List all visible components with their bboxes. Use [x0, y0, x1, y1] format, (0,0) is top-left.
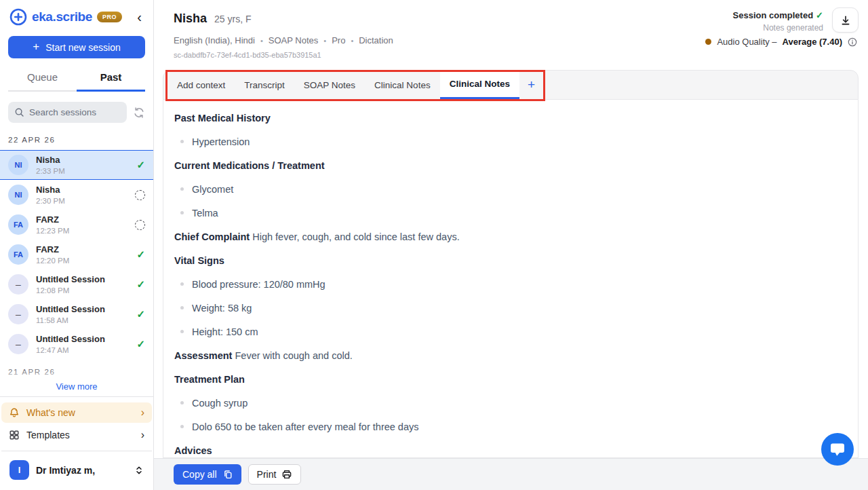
- chevron-right-icon: ›: [141, 407, 144, 419]
- section-bullets: Blood pressure: 120/80 mmHg Weight: 58 k…: [174, 279, 847, 337]
- session-list-item[interactable]: – Untitled Session 12:47 AM ✓: [0, 329, 153, 359]
- meta-separator: •: [323, 37, 326, 45]
- patient-age-sex: 25 yrs, F: [214, 14, 251, 24]
- notes-tab[interactable]: SOAP Notes: [294, 71, 365, 99]
- section-bullets: Glycomet Telma: [174, 184, 847, 219]
- session-done-icon: ✓: [136, 338, 145, 350]
- session-processing-icon: [135, 220, 145, 230]
- session-meta: English (India), Hindi•SOAP Notes•Pro•Di…: [174, 35, 393, 45]
- tab-past[interactable]: Past: [77, 67, 145, 92]
- session-time: 12:23 PM: [36, 227, 69, 235]
- section-heading: Current Medications / Treatment: [174, 160, 325, 171]
- templates-label: Templates: [26, 430, 70, 440]
- info-icon[interactable]: [848, 37, 857, 47]
- templates-icon: [9, 430, 20, 440]
- session-completed-label: Session completed: [733, 10, 813, 20]
- sidebar: eka.scribe PRO ‹ + Start new session Que…: [0, 0, 154, 490]
- tab-queue[interactable]: Queue: [8, 67, 77, 92]
- sidebar-tabs: Queue Past: [8, 67, 145, 92]
- add-tab-button[interactable]: +: [519, 71, 543, 99]
- session-time: 2:33 PM: [36, 167, 65, 175]
- session-avatar: –: [8, 304, 28, 324]
- copy-all-button[interactable]: Copy all: [174, 464, 241, 485]
- session-time: 12:08 PM: [36, 286, 105, 295]
- session-list-item[interactable]: NI Nisha 2:33 PM ✓: [0, 150, 153, 180]
- notes-generated-label: Notes generated: [733, 23, 823, 33]
- actions-bar: Copy all Print: [154, 458, 868, 490]
- section-inline-text: Fever with cough and cold.: [235, 350, 352, 361]
- clinical-notes-content: Past Medical History Hypertension Curren…: [163, 100, 859, 458]
- print-label: Print: [257, 469, 277, 480]
- note-section: Chief Complaint High fever, cough, and c…: [174, 231, 847, 242]
- bell-icon: [9, 407, 20, 418]
- main-panel: Nisha 25 yrs, F English (India), Hindi•S…: [154, 0, 868, 490]
- audio-quality: Audio Quality – Average (7.40): [705, 37, 857, 47]
- search-input[interactable]: [8, 102, 127, 123]
- session-name: Untitled Session: [36, 304, 105, 314]
- date-header: 22 APR 26: [0, 127, 153, 150]
- bullet-item: Glycomet: [174, 184, 847, 195]
- session-status: Session completed✓ Notes generated: [733, 7, 823, 33]
- section-heading: Vital Signs: [174, 255, 224, 266]
- session-list-item[interactable]: NI Nisha 2:30 PM: [0, 180, 153, 210]
- chevron-right-icon: ›: [141, 429, 144, 441]
- session-status-icon: [135, 190, 145, 200]
- templates-item[interactable]: Templates ›: [1, 425, 152, 445]
- section-heading: Chief Complaint: [174, 231, 250, 242]
- session-list-item[interactable]: – Untitled Session 11:58 AM ✓: [0, 299, 153, 329]
- bullet-item: Dolo 650 to be taken after every meal fo…: [174, 421, 847, 432]
- view-more-link[interactable]: View more: [56, 381, 97, 392]
- bullet-item: Height: 150 cm: [174, 326, 847, 337]
- start-new-session-label: Start new session: [45, 42, 121, 53]
- note-section: Treatment Plan Cough syrup Dolo 650 to b…: [174, 374, 847, 432]
- bullet-item: Telma: [174, 208, 847, 219]
- collapse-sidebar-icon[interactable]: ‹: [135, 10, 144, 24]
- session-list-item[interactable]: FA FARZ 12:23 PM: [0, 210, 153, 240]
- notes-tab[interactable]: Transcript: [235, 71, 294, 99]
- download-button[interactable]: [832, 7, 859, 33]
- pro-badge: PRO: [97, 12, 122, 22]
- session-status-icon: ✓: [136, 338, 145, 350]
- note-section: Past Medical History Hypertension: [174, 113, 847, 147]
- audio-quality-value: Average (7.40): [783, 37, 842, 47]
- app-title: eka.scribe: [32, 10, 92, 24]
- chat-widget-button[interactable]: [821, 433, 854, 466]
- copy-icon: [223, 470, 233, 479]
- user-menu[interactable]: I Dr Imtiyaz m,: [1, 451, 152, 490]
- note-body: Past Medical History Hypertension Curren…: [163, 113, 858, 456]
- whats-new-item[interactable]: What's new ›: [1, 402, 152, 423]
- notes-tab[interactable]: Add context: [167, 71, 235, 99]
- notes-tab[interactable]: Clinical Notes: [365, 71, 440, 99]
- section-heading: Advices: [174, 445, 212, 456]
- session-avatar: NI: [8, 185, 28, 205]
- eka-scribe-logo-icon: [9, 8, 27, 26]
- print-button[interactable]: Print: [248, 464, 302, 485]
- logo-row: eka.scribe PRO ‹: [0, 0, 153, 30]
- meta-item: Pro: [332, 35, 345, 45]
- session-status-icon: ✓: [136, 278, 145, 290]
- session-done-icon: ✓: [136, 248, 145, 261]
- audio-quality-label: Audio Quality –: [717, 37, 776, 47]
- session-done-icon: ✓: [136, 159, 145, 171]
- session-list-item[interactable]: FA FARZ 12:20 PM ✓: [0, 240, 153, 269]
- copy-all-label: Copy all: [182, 469, 217, 480]
- session-list-item[interactable]: – Untitled Session 12:08 PM ✓: [0, 269, 153, 299]
- session-list: 22 APR 26 NI Nisha 2:33 PM ✓ NI Nisha 2:…: [0, 127, 153, 396]
- notes-panel: Add context Transcript SOAP Notes Clinic…: [163, 70, 859, 458]
- bullet-item: Weight: 58 kg: [174, 303, 847, 314]
- meta-item: English (India), Hindi: [174, 35, 255, 45]
- patient-header: Nisha 25 yrs, F: [174, 12, 252, 26]
- session-name: FARZ: [36, 214, 69, 225]
- session-name: Untitled Session: [36, 274, 105, 284]
- section-heading: Treatment Plan: [174, 374, 245, 385]
- notes-tab[interactable]: Clinical Notes: [440, 71, 519, 99]
- search-row: [8, 102, 145, 123]
- tab-strip: Add context Transcript SOAP Notes Clinic…: [167, 71, 519, 99]
- note-section: Current Medications / Treatment Glycomet…: [174, 160, 847, 219]
- refresh-icon[interactable]: [133, 107, 145, 119]
- session-avatar: NI: [8, 155, 28, 175]
- user-avatar: I: [9, 460, 29, 480]
- start-new-session-button[interactable]: + Start new session: [8, 36, 145, 58]
- note-section: Advices: [174, 445, 847, 456]
- session-avatar: –: [8, 274, 28, 295]
